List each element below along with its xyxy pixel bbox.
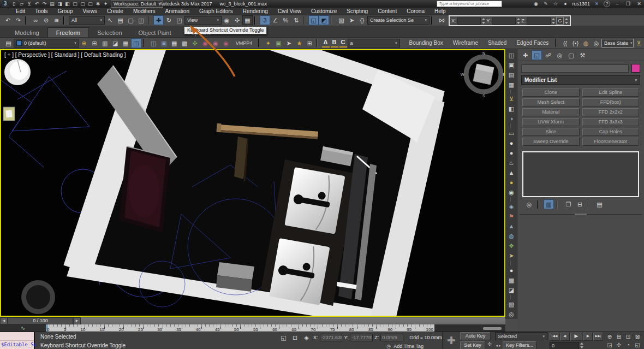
- zoom-extents-icon[interactable]: ⊡: [624, 333, 633, 341]
- viewport-label[interactable]: [ + ] [ Perspective ] [ Standard ] [ Def…: [4, 52, 126, 58]
- play-button[interactable]: ▶: [570, 333, 582, 341]
- community-icon[interactable]: ✎: [542, 1, 549, 7]
- perspective-viewport[interactable]: [ + ] [ Perspective ] [ Standard ] [ Def…: [0, 49, 505, 317]
- state-set-dropdown[interactable]: Base State: [601, 39, 634, 48]
- viewport-3d-scene[interactable]: N E S W: [1, 50, 504, 316]
- reference-coordinate-dropdown[interactable]: View: [184, 16, 222, 25]
- tab-motion[interactable]: ◎: [554, 50, 565, 60]
- user-icon[interactable]: ●: [562, 1, 569, 7]
- menu-item[interactable]: Corona: [402, 8, 430, 15]
- sphere-red3-icon[interactable]: ◉: [221, 38, 231, 48]
- set-current-layer-icon[interactable]: ◪: [110, 38, 121, 48]
- make-unique-icon[interactable]: ❐: [563, 199, 574, 209]
- modifier-button[interactable]: Material: [522, 108, 580, 116]
- modifier-button[interactable]: Edit Spline: [582, 88, 640, 97]
- template1-icon[interactable]: ▢: [71, 1, 79, 7]
- select-move-icon[interactable]: ✚: [153, 15, 164, 25]
- green-cross-icon[interactable]: ✣: [190, 38, 200, 48]
- tab-create[interactable]: ✚: [520, 50, 530, 60]
- vp-diamond-icon[interactable]: ◈: [506, 202, 517, 211]
- vp-stats-icon[interactable]: ▩: [506, 275, 517, 285]
- view-mode-button[interactable]: Wireframe: [448, 40, 483, 46]
- frame-spinner[interactable]: [580, 342, 583, 348]
- rectangular-selection-icon[interactable]: ▢: [126, 15, 136, 25]
- percent-snap-icon[interactable]: %: [281, 15, 291, 25]
- create-layer-icon[interactable]: ⊕: [79, 38, 90, 48]
- menu-item[interactable]: Content: [373, 8, 402, 15]
- spinner-snap-icon[interactable]: ⇅: [291, 15, 301, 25]
- set-key-button[interactable]: Set Key: [460, 341, 485, 349]
- modifier-button[interactable]: Clone: [522, 88, 580, 97]
- vp-flag-icon[interactable]: ⚑: [506, 211, 517, 221]
- keyboard-override-icon[interactable]: ▦: [242, 15, 253, 25]
- ribbon-tab[interactable]: Freeform: [47, 27, 90, 37]
- vp-globe-icon[interactable]: ◍: [506, 231, 517, 241]
- mat-sphere-gold-icon[interactable]: ●: [506, 178, 517, 187]
- y-spinner[interactable]: [517, 18, 520, 24]
- view-mode-button[interactable]: Bounding Box: [404, 40, 448, 46]
- tab-hierarchy[interactable]: ☍: [543, 50, 553, 60]
- modifier-list-dropdown[interactable]: Modifier List: [521, 75, 640, 85]
- modifier-button[interactable]: FFD 3x3x3: [582, 118, 640, 126]
- menu-item[interactable]: Views: [77, 8, 102, 15]
- plugin-red-icon[interactable]: ✱: [94, 1, 102, 7]
- hide-layer-icon[interactable]: ◫: [131, 38, 141, 48]
- track-bar-ruler[interactable]: 0510152025303540455055606570758085909510…: [46, 324, 434, 332]
- modifier-button[interactable]: UVW Xform: [522, 118, 580, 126]
- toolbar-spinner[interactable]: [565, 18, 568, 24]
- menu-item[interactable]: Animation: [160, 8, 194, 15]
- minimize-button[interactable]: –: [613, 1, 621, 7]
- listener-line[interactable]: [0, 332, 34, 341]
- axis-constraint-xy-icon[interactable]: ◩: [319, 15, 329, 25]
- sink-bottom[interactable]: [269, 238, 330, 305]
- mini-curve-editor-button[interactable]: ∿: [0, 324, 46, 332]
- mirror-panel[interactable]: [119, 146, 170, 233]
- ribbon-tab[interactable]: Modeling: [7, 28, 47, 37]
- modifier-button[interactable]: FFD(box): [582, 98, 640, 107]
- y-coord-field[interactable]: -17.777mm: [350, 334, 373, 341]
- edit-named-sets-icon[interactable]: {}: [357, 15, 367, 25]
- select-object-icon[interactable]: ↖: [105, 15, 115, 25]
- menu-item[interactable]: Create: [102, 8, 128, 15]
- search-icon[interactable]: ◉: [532, 1, 539, 7]
- menu-item[interactable]: Tools: [30, 8, 52, 15]
- sphere-red2-icon[interactable]: ◉: [211, 38, 221, 48]
- menu-item[interactable]: Modifiers: [128, 8, 160, 15]
- round-object-bottom[interactable]: [21, 280, 55, 314]
- tab-modify[interactable]: ◱: [532, 50, 542, 60]
- track-selection-icon[interactable]: ➤: [347, 15, 357, 25]
- tab-utilities[interactable]: ⚒: [577, 50, 588, 60]
- time-slider-handle[interactable]: 0 / 100: [8, 317, 73, 324]
- set-key-mode-icon[interactable]: ✣: [486, 341, 493, 349]
- compass-s[interactable]: S: [482, 94, 485, 98]
- zoom-region-icon[interactable]: ◲: [605, 341, 614, 349]
- layer-dropdown[interactable]: 0 (default): [14, 39, 79, 48]
- select-layer-icon[interactable]: ▥: [100, 38, 110, 48]
- floor-box[interactable]: [216, 262, 254, 292]
- remove-modifier-icon[interactable]: ⊟: [575, 199, 585, 209]
- template3-icon[interactable]: ▢: [87, 1, 94, 7]
- corona-frame-icon[interactable]: ▣: [273, 38, 284, 48]
- favorites-icon[interactable]: ☆: [552, 1, 559, 7]
- key-selection-dropdown[interactable]: Selected: [495, 332, 547, 340]
- vp-leaf-icon[interactable]: ❖: [506, 241, 517, 251]
- menu-item[interactable]: Rendering: [238, 8, 273, 15]
- username[interactable]: rus1301: [572, 1, 590, 7]
- named-selection-dropdown[interactable]: Create Selection Se: [367, 16, 430, 25]
- undo-icon[interactable]: ↶: [3, 15, 13, 25]
- ribbon-tab[interactable]: Object Paint: [130, 28, 180, 37]
- add-to-layer-icon[interactable]: ⊞: [90, 38, 100, 48]
- vp-moon-icon[interactable]: ◑: [506, 114, 517, 123]
- open-file-icon[interactable]: ▱: [18, 1, 25, 7]
- select-rotate-icon[interactable]: ↻: [164, 15, 174, 25]
- add-time-tag-button[interactable]: Add Time Tag: [393, 344, 424, 349]
- menu-item[interactable]: Group: [53, 8, 78, 15]
- z-typein-field[interactable]: [527, 17, 551, 25]
- gizmo-toggle-button[interactable]: G: [556, 17, 564, 25]
- mat-teapot-icon[interactable]: ♨: [506, 158, 517, 168]
- maxscript-mini-listener[interactable]: $Editable_Sp: [0, 332, 35, 349]
- window-crossing-icon[interactable]: ◫: [136, 15, 146, 25]
- sink-top[interactable]: [284, 167, 345, 234]
- layer-props-icon[interactable]: ▦: [121, 38, 131, 48]
- modifier-button[interactable]: Cap Holes: [582, 128, 640, 136]
